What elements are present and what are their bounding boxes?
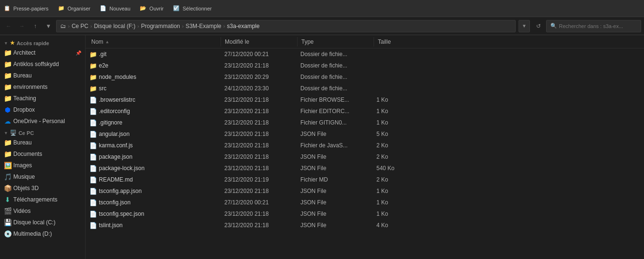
sidebar-item-bureau[interactable]: 📁 Bureau <box>0 70 85 81</box>
ce-pc-header[interactable]: ▼ 🖥️ Ce PC <box>0 127 85 137</box>
sidebar-item-label: OneDrive - Personal <box>13 118 65 125</box>
folder-icon: 📁 <box>4 49 11 57</box>
sidebar-item-environments[interactable]: 📁 environments <box>0 81 85 93</box>
sidebar-item-label: Téléchargements <box>13 196 58 203</box>
table-row[interactable]: 📄 package-lock.json 23/12/2020 21:18 JSO… <box>86 163 644 174</box>
sidebar-item-teaching[interactable]: 📁 Teaching <box>0 93 85 104</box>
onedrive-icon: ☁ <box>4 117 11 125</box>
file-name-cell: 📄 karma.conf.js <box>87 142 221 149</box>
nouveau-label: Nouveau <box>109 6 130 11</box>
sidebar-item-antiklos[interactable]: 📁 Antiklos soffskydd <box>0 58 85 70</box>
toolbar-selectionner[interactable]: ☑️ Sélectionner <box>173 5 211 11</box>
file-type-icon: 📄 <box>89 96 97 104</box>
sidebar-item-objets3d[interactable]: 📦 Objets 3D <box>0 182 85 194</box>
sort-asc-icon: ▲ <box>105 39 109 44</box>
file-name: tsconfig.app.json <box>99 188 142 194</box>
table-row[interactable]: 📄 angular.json 23/12/2020 21:18 JSON Fil… <box>86 128 644 140</box>
breadcrumb-ce-pc[interactable]: Ce PC <box>72 23 88 29</box>
file-size: 5 Ko <box>373 131 411 137</box>
sidebar-item-telechargements[interactable]: ⬇ Téléchargements <box>0 194 85 205</box>
toolbar-nouveau[interactable]: 📄 Nouveau <box>100 5 130 11</box>
file-modified: 23/12/2020 21:18 <box>221 62 297 69</box>
table-row[interactable]: 📄 tsconfig.app.json 23/12/2020 21:18 JSO… <box>86 185 644 197</box>
sidebar-item-documents[interactable]: 📁 Documents <box>0 148 85 160</box>
search-input[interactable] <box>559 23 635 29</box>
sidebar-item-disque-c[interactable]: 💾 Disque local (C:) <box>0 217 85 228</box>
toolbar: 📋 Presse-papiers 📁 Organiser 📄 Nouveau 📂… <box>0 0 644 17</box>
selectionner-icon: ☑️ <box>173 5 180 11</box>
table-row[interactable]: 📄 tslint.json 23/12/2020 21:18 JSON File… <box>86 220 644 231</box>
file-name-cell: 📁 .git <box>87 50 221 58</box>
sidebar-item-architect[interactable]: 📁 Architect 📌 <box>0 47 85 58</box>
file-list: 📁 .git 27/12/2020 00:21 Dossier de fichi… <box>86 48 644 259</box>
sidebar-item-label: Disque local (C:) <box>13 219 56 226</box>
sidebar-item-videos[interactable]: 🎬 Vidéos <box>0 205 85 217</box>
table-row[interactable]: 📄 package.json 23/12/2020 21:18 JSON Fil… <box>86 151 644 163</box>
file-name-cell: 📄 README.md <box>87 176 221 183</box>
table-row[interactable]: 📄 .editorconfig 23/12/2020 21:18 Fichier… <box>86 106 644 117</box>
file-type-icon: 📄 <box>89 176 97 183</box>
nav-back-button[interactable]: ← <box>3 20 14 32</box>
search-box[interactable]: 🔍 <box>546 20 641 32</box>
file-type: JSON File <box>297 199 373 206</box>
file-type-icon: 📄 <box>89 153 97 161</box>
toolbar-ouvrir[interactable]: 📂 Ouvrir <box>140 5 163 11</box>
file-name: package.json <box>99 153 133 160</box>
col-header-nom[interactable]: Nom ▲ <box>87 35 221 48</box>
sidebar-item-dropbox[interactable]: ⬢ Dropbox <box>0 104 85 115</box>
sidebar-item-musique[interactable]: 🎵 Musique <box>0 171 85 182</box>
breadcrumb[interactable]: 🗂 › Ce PC › Disque local (F:) › Programm… <box>56 20 516 32</box>
refresh-button[interactable]: ↺ <box>533 20 544 32</box>
computer-icon: 🖥️ <box>10 130 17 136</box>
breadcrumb-disque-local[interactable]: Disque local (F:) <box>94 23 135 29</box>
images-icon: 🖼️ <box>4 162 11 169</box>
table-row[interactable]: 📄 .browserslistrc 23/12/2020 21:18 Fichi… <box>86 94 644 106</box>
sidebar-item-label: Dropbox <box>13 106 35 113</box>
toolbar-organiser[interactable]: 📁 Organiser <box>58 5 90 11</box>
presse-papiers-icon: 📋 <box>4 5 10 11</box>
col-header-modified[interactable]: Modifié le <box>221 35 297 48</box>
nav-forward-button[interactable]: → <box>16 20 28 32</box>
nav-recent-button[interactable]: ▼ <box>43 20 54 32</box>
table-row[interactable]: 📁 src 24/12/2020 23:30 Dossier de fichie… <box>86 83 644 94</box>
breadcrumb-programmation[interactable]: Programmation <box>141 23 180 29</box>
file-modified: 23/12/2020 21:18 <box>221 96 297 103</box>
col-header-type[interactable]: Type <box>298 35 374 48</box>
toolbar-presse-papiers[interactable]: 📋 Presse-papiers <box>4 5 48 11</box>
file-size: 1 Ko <box>373 211 411 217</box>
table-row[interactable]: 📄 tsconfig.spec.json 23/12/2020 21:18 JS… <box>86 208 644 220</box>
quick-access-header[interactable]: ▼ ★ Accès rapide <box>0 37 85 47</box>
sidebar-item-label: Bureau <box>13 72 32 79</box>
file-list-header: Nom ▲ Modifié le Type Taille <box>86 35 644 48</box>
file-name: node_modules <box>99 74 136 80</box>
table-row[interactable]: 📁 e2e 23/12/2020 21:18 Dossier de fichie… <box>86 60 644 71</box>
breadcrumb-s3m-example[interactable]: S3M-Example <box>185 23 221 29</box>
table-row[interactable]: 📄 .gitignore 23/12/2020 21:18 Fichier GI… <box>86 117 644 128</box>
file-type: JSON File <box>297 222 373 229</box>
sidebar-item-bureau-pc[interactable]: 📁 Bureau <box>0 137 85 148</box>
table-row[interactable]: 📄 README.md 23/12/2020 21:19 Fichier MD … <box>86 174 644 185</box>
file-size: 4 Ko <box>373 222 411 229</box>
nav-up-button[interactable]: ↑ <box>29 20 41 32</box>
sidebar-item-onedrive[interactable]: ☁ OneDrive - Personal <box>0 115 85 127</box>
sidebar-item-label: environments <box>13 84 48 90</box>
ouvrir-icon: 📂 <box>140 5 146 11</box>
file-modified: 23/12/2020 21:18 <box>221 165 297 172</box>
file-type: Fichier MD <box>297 176 373 183</box>
ouvrir-label: Ouvrir <box>149 6 163 11</box>
table-row[interactable]: 📄 karma.conf.js 23/12/2020 21:18 Fichier… <box>86 140 644 151</box>
file-name-cell: 📁 e2e <box>87 62 221 69</box>
table-row[interactable]: 📁 node_modules 23/12/2020 20:29 Dossier … <box>86 71 644 83</box>
table-row[interactable]: 📁 .git 27/12/2020 00:21 Dossier de fichi… <box>86 48 644 60</box>
sidebar-item-images[interactable]: 🖼️ Images <box>0 160 85 171</box>
breadcrumb-dropdown-button[interactable]: ▼ <box>519 20 530 32</box>
col-header-taille[interactable]: Taille <box>374 35 412 48</box>
sidebar: ▼ ★ Accès rapide 📁 Architect 📌 📁 Antiklo… <box>0 35 86 259</box>
selectionner-label: Sélectionner <box>183 6 211 11</box>
file-modified: 27/12/2020 00:21 <box>221 51 297 58</box>
file-size: 540 Ko <box>373 165 411 172</box>
sidebar-item-multimedia-d[interactable]: 💿 Multimedia (D:) <box>0 228 85 240</box>
table-row[interactable]: 📄 tsconfig.json 27/12/2020 00:21 JSON Fi… <box>86 197 644 208</box>
file-name: README.md <box>99 176 133 183</box>
file-name: .editorconfig <box>99 108 130 115</box>
